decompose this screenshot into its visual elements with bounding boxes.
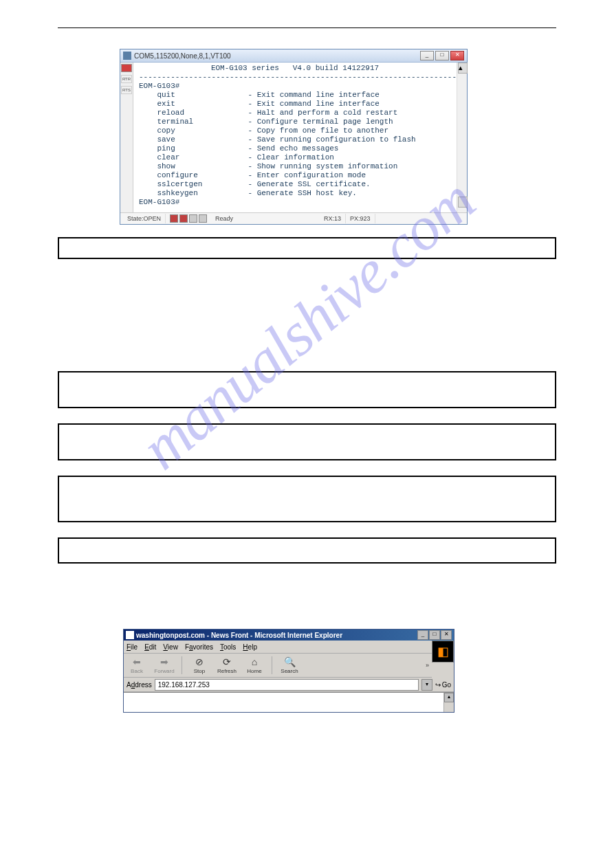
terminal-title: COM5,115200,None,8,1,VT100 <box>134 52 420 60</box>
back-arrow-icon: ⬅ <box>133 657 141 668</box>
status-rx: RX:13 <box>320 214 346 223</box>
toolbar-label: Refresh <box>217 668 237 674</box>
address-input[interactable]: 192.168.127.253 <box>155 679 419 691</box>
maximize-button[interactable]: □ <box>435 51 449 60</box>
status-led <box>189 214 197 223</box>
toolbar-label: Stop <box>194 668 205 674</box>
ie-scrollbar[interactable]: ▴ <box>443 693 454 712</box>
menu-view[interactable]: View <box>163 643 178 651</box>
refresh-button[interactable]: ⟳ Refresh <box>217 657 237 674</box>
ie-addressbar: Address 192.168.127.253 ▾ ↪ Go <box>124 678 454 692</box>
refresh-icon: ⟳ <box>223 657 231 668</box>
go-icon: ↪ <box>435 681 441 689</box>
section-box-5 <box>58 537 556 564</box>
section-box-3 <box>58 423 556 460</box>
ie-titlebar[interactable]: washingtonpost.com - News Front - Micros… <box>124 630 454 641</box>
home-icon: ⌂ <box>252 657 257 668</box>
terminal-output[interactable]: EOM-G103 series V4.0 build 14122917-----… <box>133 63 457 212</box>
menu-help[interactable]: Help <box>243 643 257 651</box>
ie-throbber-icon: ◧ <box>432 641 454 663</box>
menu-tools[interactable]: Tools <box>220 643 236 651</box>
scroll-thumb[interactable] <box>458 197 468 208</box>
rtr-label: RTR <box>121 75 132 83</box>
header-rule <box>58 27 556 28</box>
menu-favorites[interactable]: Favorites <box>185 643 213 651</box>
go-label: Go <box>442 681 451 689</box>
terminal-side-panel: RTR RTS <box>120 63 133 212</box>
status-led <box>170 214 178 223</box>
scroll-up-button[interactable]: ▴ <box>458 63 468 74</box>
menu-edit[interactable]: Edit <box>144 643 156 651</box>
forward-arrow-icon: ➡ <box>160 657 168 668</box>
ie-maximize-button[interactable]: □ <box>429 630 440 640</box>
rts-label: RTS <box>121 86 132 94</box>
forward-button[interactable]: ➡ Forward <box>154 657 175 674</box>
minimize-button[interactable]: _ <box>420 51 434 60</box>
section-box-1 <box>58 237 556 259</box>
ie-menubar: File Edit View Favorites Tools Help <box>124 641 432 654</box>
back-button[interactable]: ⬅ Back <box>127 657 147 674</box>
terminal-statusbar: State:OPEN Ready RX:13 PX:923 <box>120 212 467 224</box>
ie-title: washingtonpost.com - News Front - Micros… <box>136 632 417 639</box>
ie-window: washingtonpost.com - News Front - Micros… <box>123 629 454 713</box>
ie-close-button[interactable]: ✕ <box>441 630 452 640</box>
search-icon: 🔍 <box>284 657 296 668</box>
stop-button[interactable]: ⊘ Stop <box>189 657 210 674</box>
stop-icon: ⊘ <box>195 657 204 668</box>
document-page: COM5,115200,None,8,1,VT100 _ □ ✕ RTR RTS… <box>0 0 614 740</box>
toolbar-label: Search <box>281 668 298 674</box>
address-label: Address <box>127 681 152 689</box>
toolbar-separator <box>272 656 272 674</box>
toolbar-overflow-icon[interactable]: » <box>426 662 429 669</box>
status-px: PX:923 <box>346 214 375 223</box>
terminal-window: COM5,115200,None,8,1,VT100 _ □ ✕ RTR RTS… <box>120 49 468 225</box>
status-state: State:OPEN <box>123 214 166 223</box>
toolbar-label: Home <box>247 668 261 674</box>
ie-content-area[interactable]: ▴ <box>124 692 454 712</box>
terminal-header: EOM-G103 series V4.0 build 14122917 <box>139 64 451 73</box>
menu-file[interactable]: File <box>127 643 138 651</box>
ie-toolbar: ⬅ Back ➡ Forward ⊘ Stop ⟳ Refresh <box>124 654 432 678</box>
terminal-prompt: EOM-G103# <box>139 198 179 206</box>
section-box-2 <box>58 371 556 408</box>
app-icon <box>123 52 131 60</box>
search-button[interactable]: 🔍 Search <box>279 657 300 674</box>
status-ready: Ready <box>211 214 237 223</box>
toolbar-separator <box>182 656 182 674</box>
address-value: 192.168.127.253 <box>158 681 210 689</box>
home-button[interactable]: ⌂ Home <box>244 657 265 674</box>
terminal-titlebar[interactable]: COM5,115200,None,8,1,VT100 _ □ ✕ <box>120 49 467 63</box>
close-button[interactable]: ✕ <box>450 51 464 60</box>
ie-minimize-button[interactable]: _ <box>417 630 428 640</box>
address-dropdown-button[interactable]: ▾ <box>421 679 432 691</box>
scroll-up-icon[interactable]: ▴ <box>444 693 454 702</box>
ie-icon <box>126 631 134 639</box>
status-led <box>199 214 207 223</box>
section-box-4 <box>58 476 556 522</box>
status-led <box>179 214 188 223</box>
go-button[interactable]: ↪ Go <box>435 681 451 689</box>
terminal-prompt: EOM-G103# <box>139 82 179 90</box>
connection-led <box>121 64 132 72</box>
scrollbar[interactable]: ▴ <box>457 63 467 212</box>
terminal-divider: ----------------------------------------… <box>139 73 457 81</box>
toolbar-label: Forward <box>154 668 174 674</box>
toolbar-label: Back <box>131 668 143 674</box>
